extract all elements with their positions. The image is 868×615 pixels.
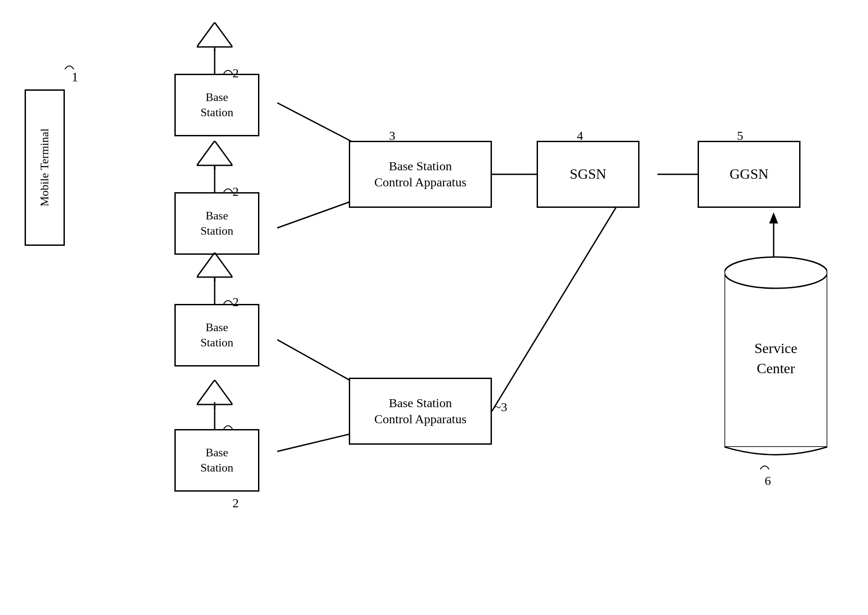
ref-bs3: 2 — [233, 295, 239, 309]
ref-bsca2: ~3 — [494, 400, 507, 414]
svg-marker-19 — [197, 253, 233, 277]
svg-point-24 — [724, 257, 827, 288]
bsca-1-box: Base StationControl Apparatus — [349, 141, 492, 208]
service-center-cylinder: Service Center — [724, 255, 827, 469]
svg-text:Service: Service — [754, 340, 797, 356]
ref-bs2: 2 — [233, 185, 239, 199]
svg-rect-23 — [724, 273, 827, 447]
base-station-2-label: BaseStation — [200, 208, 233, 239]
base-station-1-box: BaseStation — [174, 74, 259, 136]
ref-1: 1 — [72, 69, 78, 84]
bsca-2-label: Base StationControl Apparatus — [374, 395, 466, 428]
svg-line-12 — [492, 206, 617, 411]
antenna-2 — [197, 141, 233, 170]
antenna-4 — [197, 380, 233, 409]
base-station-3-label: BaseStation — [200, 320, 233, 350]
antenna-3 — [197, 253, 233, 282]
diagram: Mobile Terminal 1 BaseStation 2 BaseStat… — [0, 0, 868, 615]
base-station-3-box: BaseStation — [174, 304, 259, 366]
ref-bs1: 2 — [233, 66, 239, 80]
ref-ggsn: 5 — [737, 129, 743, 143]
svg-marker-17 — [197, 141, 233, 165]
base-station-2-box: BaseStation — [174, 192, 259, 255]
svg-marker-14 — [769, 212, 778, 223]
base-station-1-label: BaseStation — [200, 90, 233, 120]
sgsn-label: SGSN — [570, 165, 606, 184]
mobile-terminal-label: Mobile Terminal — [37, 129, 52, 207]
bsca-2-box: Base StationControl Apparatus — [349, 378, 492, 445]
svg-marker-15 — [197, 22, 233, 47]
sgsn-box: SGSN — [537, 141, 639, 208]
ggsn-box: GGSN — [698, 141, 800, 208]
mobile-terminal-box: Mobile Terminal — [25, 89, 65, 246]
ref-bsca1: 3 — [389, 129, 395, 143]
antenna-1 — [197, 22, 233, 51]
svg-text:Center: Center — [757, 360, 795, 376]
ggsn-label: GGSN — [729, 165, 768, 184]
bsca-1-label: Base StationControl Apparatus — [374, 158, 466, 191]
base-station-4-box: BaseStation — [174, 429, 259, 492]
ref-sgsn: 4 — [577, 129, 583, 143]
svg-marker-21 — [197, 380, 233, 404]
ref-bs4: 2 — [233, 496, 239, 510]
ref-sc: 6 — [765, 474, 771, 488]
base-station-4-label: BaseStation — [200, 445, 233, 476]
